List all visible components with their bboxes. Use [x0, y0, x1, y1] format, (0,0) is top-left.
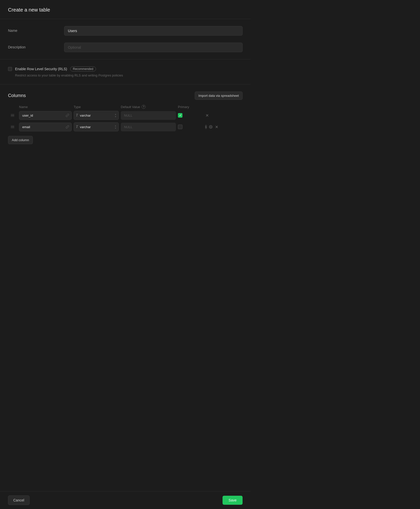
primary-cell: [178, 125, 203, 129]
svg-point-0: [210, 126, 211, 127]
name-header: Name: [19, 105, 72, 109]
primary-cell: [178, 113, 203, 118]
rls-description: Restrict access to your table by enablin…: [15, 73, 243, 77]
type-select[interactable]: varchar int8 text bool uuid timestamp: [80, 125, 113, 129]
col-name-input[interactable]: [19, 111, 72, 120]
gear-svg: [209, 125, 213, 129]
description-input[interactable]: [64, 43, 243, 52]
settings-button[interactable]: [208, 125, 213, 129]
columns-section: Columns Import data via spreadsheet Name…: [0, 84, 251, 151]
col-name-container: [19, 111, 72, 120]
rls-checkbox[interactable]: [8, 67, 12, 71]
description-label: Description: [8, 43, 58, 49]
link-icon[interactable]: [65, 125, 70, 129]
primary-checkbox[interactable]: [178, 113, 182, 118]
type-select-container: T varchar int8 text bool uuid timestamp …: [74, 111, 119, 120]
primary-header: Primary: [178, 105, 203, 109]
delete-row-button[interactable]: ✕: [205, 113, 209, 118]
columns-header: Columns Import data via spreadsheet: [8, 92, 243, 100]
action-count-badge: 1: [205, 125, 207, 129]
link-icon[interactable]: [65, 113, 70, 118]
import-button[interactable]: Import data via spreadsheet: [195, 92, 243, 100]
drag-handle[interactable]: [8, 125, 17, 129]
type-arrows: ▲ ▼: [115, 125, 117, 129]
rls-badge: Recommended: [70, 66, 96, 71]
rls-section: Enable Row Level Security (RLS) Recommen…: [0, 59, 251, 84]
type-select-container: T varchar int8 text bool uuid timestamp …: [74, 122, 119, 131]
default-value-input[interactable]: [121, 111, 176, 120]
name-input[interactable]: [64, 26, 243, 36]
page-header: Create a new table: [0, 0, 251, 19]
link-svg: [66, 114, 69, 117]
row-actions: ✕: [205, 113, 215, 118]
default-value-header: Default Value ?: [121, 105, 176, 109]
col-name-input[interactable]: [19, 123, 72, 131]
add-column-button[interactable]: Add column: [8, 136, 33, 144]
col-name-container: [19, 123, 72, 131]
columns-title: Columns: [8, 93, 26, 98]
form-section: Name Description: [0, 19, 251, 59]
default-value-help-icon[interactable]: ?: [142, 105, 146, 109]
table-row: T varchar int8 text bool uuid timestamp …: [8, 111, 243, 120]
primary-checkbox[interactable]: [178, 125, 182, 129]
column-headers: Name Type Default Value ? Primary: [8, 105, 243, 111]
table-row: T varchar int8 text bool uuid timestamp …: [8, 122, 243, 131]
type-icon: T: [76, 113, 78, 117]
delete-row-button[interactable]: ✕: [215, 124, 219, 130]
drag-handle[interactable]: [8, 113, 17, 118]
default-value-input[interactable]: [121, 123, 176, 131]
type-icon: T: [76, 125, 78, 129]
type-select[interactable]: varchar int8 text bool uuid timestamp: [80, 114, 113, 117]
type-header: Type: [74, 105, 119, 109]
type-arrows: ▲ ▼: [115, 113, 117, 118]
link-svg: [66, 125, 69, 129]
rls-label: Enable Row Level Security (RLS): [15, 67, 67, 71]
row-actions: 1 ✕: [205, 124, 215, 130]
page-title: Create a new table: [8, 7, 243, 13]
name-label: Name: [8, 26, 58, 33]
